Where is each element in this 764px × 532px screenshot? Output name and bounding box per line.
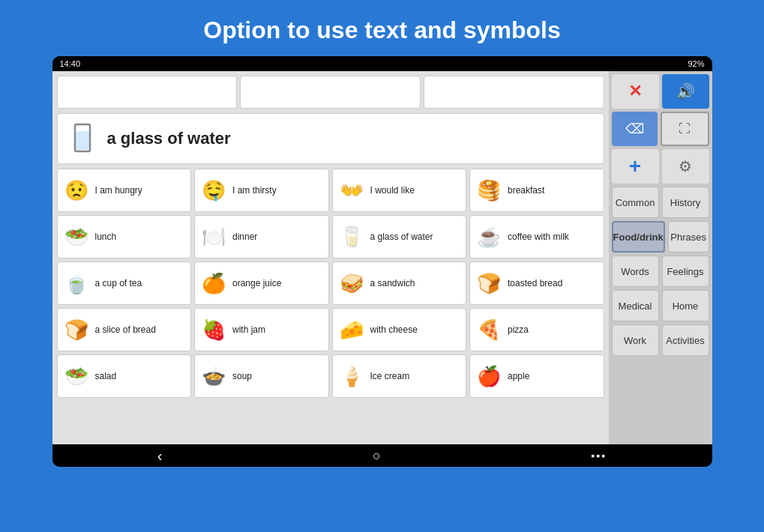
sentence-bar: [57, 76, 604, 109]
toasted-icon: 🍞: [475, 272, 503, 295]
glasswat-icon: 🥛: [337, 226, 366, 249]
category-feelings[interactable]: Feelings: [662, 256, 709, 287]
grid-cell-cupoftea[interactable]: 🍵a cup of tea: [57, 262, 192, 305]
salad-label: salad: [95, 371, 117, 381]
pizza-label: pizza: [508, 324, 529, 335]
grid-cell-toasted[interactable]: 🍞toasted bread: [469, 262, 604, 305]
icecream-icon: 🍦: [337, 365, 366, 388]
cupoftea-label: a cup of tea: [95, 278, 142, 288]
sentence-slot-1[interactable]: [57, 76, 238, 109]
coffee-icon: ☕: [475, 226, 503, 249]
thirsty-icon: 🤤: [199, 179, 228, 202]
orangejuice-label: orange juice: [232, 278, 281, 288]
apple-icon: 🍎: [475, 365, 503, 388]
lunch-label: lunch: [95, 232, 117, 242]
slicebread-label: a slice of bread: [95, 324, 156, 335]
category-work[interactable]: Work: [612, 324, 659, 356]
grid-cell-withcheese[interactable]: 🧀with cheese: [332, 308, 467, 351]
grid-cell-breakfast[interactable]: 🥞breakfast: [469, 169, 604, 212]
grid-cell-salad[interactable]: 🥗salad: [57, 354, 192, 398]
close-button[interactable]: ✕: [612, 74, 659, 109]
lunch-icon: 🥗: [62, 226, 91, 249]
category-home[interactable]: Home: [662, 290, 709, 321]
soup-icon: 🍲: [199, 365, 228, 388]
category-words[interactable]: Words: [612, 256, 659, 287]
cupoftea-icon: 🍵: [62, 272, 91, 295]
category-activities[interactable]: Activities: [662, 324, 709, 356]
breakfast-label: breakfast: [508, 185, 544, 196]
withcheese-label: with cheese: [370, 324, 418, 335]
grid-cell-icecream[interactable]: 🍦Ice cream: [332, 354, 467, 398]
nav-home[interactable]: ○: [373, 448, 381, 464]
preview-box: a glass of water: [57, 113, 604, 164]
hungry-icon: 😟: [62, 179, 91, 202]
dinner-icon: 🍽️: [199, 226, 228, 249]
expand-button[interactable]: ⛶: [661, 112, 709, 146]
pizza-icon: 🍕: [475, 318, 503, 342]
preview-text: a glass of water: [107, 129, 231, 148]
grid-cell-coffee[interactable]: ☕coffee with milk: [469, 215, 604, 259]
nav-bar: ‹ ○ ▪▪▪: [52, 444, 712, 467]
wouldlike-label: I would like: [370, 185, 415, 196]
page-title: Option to use text and symbols: [203, 0, 561, 56]
category-history[interactable]: History: [662, 187, 709, 218]
gear-button[interactable]: ⚙: [662, 149, 709, 184]
app-area: a glass of water 😟I am hungry🤤I am thirs…: [52, 71, 712, 444]
withjam-icon: 🍓: [199, 318, 228, 342]
grid-cell-sandwich[interactable]: 🥪a sandwich: [332, 262, 467, 305]
grid-cell-hungry[interactable]: 😟I am hungry: [57, 169, 192, 212]
breakfast-icon: 🥞: [475, 179, 503, 202]
nav-back[interactable]: ‹: [157, 447, 163, 465]
slicebread-icon: 🍞: [62, 318, 91, 342]
status-bar: 14:40 92%: [52, 56, 712, 71]
grid-cell-slicebread[interactable]: 🍞a slice of bread: [57, 308, 192, 351]
soup-label: soup: [232, 371, 252, 381]
grid-cell-apple[interactable]: 🍎apple: [469, 354, 604, 398]
backspace-button[interactable]: ⌫: [612, 112, 658, 146]
apple-label: apple: [508, 371, 529, 381]
sandwich-label: a sandwich: [370, 278, 415, 288]
grid-cell-dinner[interactable]: 🍽️dinner: [194, 215, 329, 259]
category-common[interactable]: Common: [612, 187, 659, 218]
salad-icon: 🥗: [62, 365, 91, 388]
svg-rect-2: [76, 133, 89, 150]
speaker-button[interactable]: 🔊: [662, 74, 709, 109]
grid-cell-glasswat[interactable]: 🥛a glass of water: [332, 215, 467, 259]
withcheese-icon: 🧀: [337, 318, 366, 342]
plus-button[interactable]: +: [612, 149, 659, 184]
sentence-slot-2[interactable]: [240, 76, 421, 109]
toasted-label: toasted bread: [508, 278, 562, 288]
grid-cell-thirsty[interactable]: 🤤I am thirsty: [194, 169, 329, 212]
preview-icon: [68, 121, 97, 157]
side-panel: ✕ 🔊 ⌫ ⛶ + ⚙ Common History Food/drink Ph…: [609, 71, 712, 444]
grid-cell-soup[interactable]: 🍲soup: [194, 354, 329, 398]
grid-cell-pizza[interactable]: 🍕pizza: [469, 308, 604, 351]
grid-area: 😟I am hungry🤤I am thirsty👐I would like🥞b…: [57, 169, 604, 440]
icecream-label: Ice cream: [370, 371, 410, 381]
grid-cell-orangejuice[interactable]: 🍊orange juice: [194, 262, 329, 305]
hungry-label: I am hungry: [95, 185, 142, 196]
withjam-label: with jam: [232, 324, 265, 335]
battery: 92%: [688, 59, 704, 68]
sentence-slot-3[interactable]: [424, 76, 604, 109]
sandwich-icon: 🥪: [337, 272, 366, 295]
glasswat-label: a glass of water: [370, 232, 433, 242]
nav-recent[interactable]: ▪▪▪: [591, 450, 607, 462]
device-frame: 14:40 92% a gl: [52, 56, 712, 467]
wouldlike-icon: 👐: [337, 179, 366, 202]
category-fooddrink[interactable]: Food/drink: [612, 221, 665, 253]
grid-cell-wouldlike[interactable]: 👐I would like: [332, 169, 467, 212]
category-medical[interactable]: Medical: [612, 290, 659, 321]
coffee-label: coffee with milk: [508, 232, 569, 242]
category-phrases[interactable]: Phrases: [668, 221, 709, 253]
grid-cell-lunch[interactable]: 🥗lunch: [57, 215, 192, 259]
dinner-label: dinner: [232, 232, 257, 242]
time: 14:40: [60, 59, 81, 68]
orangejuice-icon: 🍊: [199, 272, 228, 295]
thirsty-label: I am thirsty: [232, 185, 277, 196]
main-panel: a glass of water 😟I am hungry🤤I am thirs…: [52, 71, 609, 444]
food-grid: 😟I am hungry🤤I am thirsty👐I would like🥞b…: [57, 169, 604, 398]
grid-cell-withjam[interactable]: 🍓with jam: [194, 308, 329, 351]
